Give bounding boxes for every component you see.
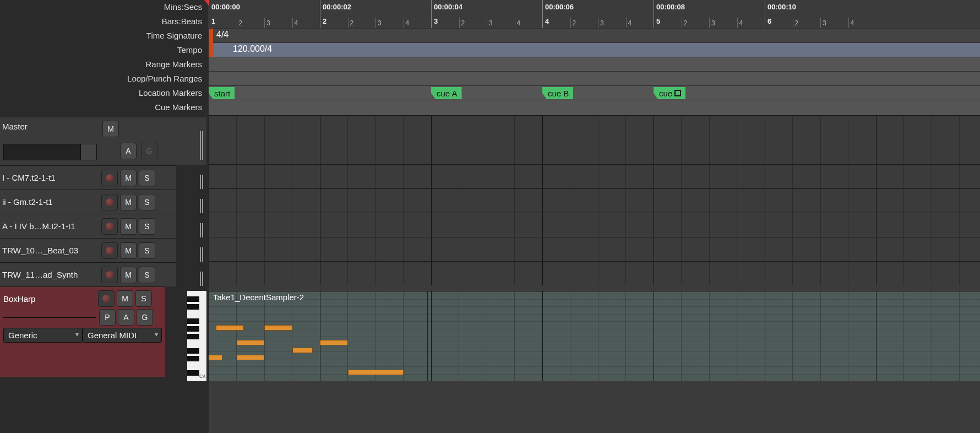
- record-arm-button[interactable]: [101, 242, 118, 259]
- track-header[interactable]: ii - Gm.t2-1-t1 M S: [0, 190, 176, 214]
- solo-button[interactable]: S: [139, 170, 155, 186]
- master-group-button[interactable]: G: [141, 143, 157, 159]
- location-marker[interactable]: cue B: [542, 87, 573, 99]
- mute-button[interactable]: M: [120, 194, 137, 210]
- location-marker[interactable]: cue: [654, 87, 685, 99]
- midi-note[interactable]: [237, 355, 265, 360]
- track-lane[interactable]: [209, 188, 980, 213]
- meter-icon: [200, 199, 204, 213]
- ruler-time-signature[interactable]: 4/4: [209, 29, 980, 43]
- master-mute-button[interactable]: M: [102, 121, 119, 137]
- ruler-label-location-markers[interactable]: Location Markers: [0, 86, 206, 100]
- record-arm-button[interactable]: [101, 170, 118, 186]
- midi-note[interactable]: [320, 340, 348, 345]
- solo-button[interactable]: S: [139, 194, 155, 210]
- track-lane[interactable]: [209, 213, 980, 237]
- group-button[interactable]: G: [137, 309, 153, 326]
- solo-button[interactable]: S: [139, 218, 155, 235]
- track-fader-handle[interactable]: [80, 317, 96, 318]
- track-name: TRW_10…_Beat_03: [2, 246, 100, 255]
- mute-button[interactable]: M: [120, 218, 137, 235]
- ruler-label-bars-beats[interactable]: Bars:Beats: [0, 14, 206, 29]
- midi-region-edge[interactable]: [427, 291, 428, 381]
- ruler-loop-punch[interactable]: [209, 72, 980, 86]
- mute-button[interactable]: M: [120, 170, 137, 186]
- track-name: A - I IV b…M.t2-1-t1: [2, 221, 100, 231]
- track-lane[interactable]: [209, 261, 980, 285]
- record-arm-button[interactable]: [98, 290, 115, 307]
- ruler-bars-beats[interactable]: 123422343234423452346234: [209, 14, 980, 29]
- ruler-label-cue-markers[interactable]: Cue Markers: [0, 100, 206, 115]
- track-name: ii - Gm.t2-1-t1: [2, 197, 100, 207]
- track-headers-panel: Mins:Secs Bars:Beats Time Signature Temp…: [0, 0, 206, 433]
- beat-tick: 3: [487, 18, 493, 28]
- ruler-cue-markers[interactable]: [209, 100, 980, 116]
- mute-button[interactable]: M: [117, 290, 133, 307]
- ruler-label-time-signature[interactable]: Time Signature: [0, 29, 206, 43]
- midi-note[interactable]: [209, 355, 222, 360]
- ruler-labels: Mins:Secs Bars:Beats Time Signature Temp…: [0, 0, 206, 117]
- record-arm-button[interactable]: [101, 267, 118, 283]
- track-header[interactable]: I - CM7.t2-1-t1 M S: [0, 165, 176, 190]
- beat-tick: 2: [570, 18, 576, 28]
- master-fader-track: [3, 144, 80, 160]
- track-fader-track: [3, 317, 80, 318]
- master-track-header[interactable]: Master M A G: [0, 117, 206, 165]
- master-track-name: Master: [2, 121, 100, 131]
- master-fader[interactable]: [3, 144, 97, 160]
- automation-button[interactable]: A: [118, 309, 134, 326]
- track-name: I - CM7.t2-1-t1: [2, 173, 100, 182]
- beat-tick: 4: [848, 18, 854, 28]
- track-header[interactable]: A - I IV b…M.t2-1-t1 M S: [0, 214, 176, 238]
- beat-tick: 4: [737, 18, 743, 28]
- beat-tick: 3: [709, 18, 715, 28]
- solo-button[interactable]: S: [135, 290, 152, 307]
- location-marker[interactable]: start: [209, 87, 235, 99]
- midi-note[interactable]: [216, 325, 244, 331]
- tempo-value: 120.000/4: [233, 44, 272, 54]
- master-fader-handle[interactable]: [80, 144, 97, 160]
- solo-button[interactable]: S: [139, 267, 155, 283]
- midi-note[interactable]: [237, 340, 265, 345]
- ruler-mins-secs[interactable]: 00:00:0000:00:0200:00:0400:00:0600:00:08…: [209, 0, 980, 14]
- beat-tick: 4: [292, 18, 298, 28]
- bar-tick: 5: [654, 14, 660, 28]
- track-header[interactable]: TRW_11…ad_Synth M S: [0, 262, 176, 286]
- location-marker[interactable]: cue A: [431, 87, 462, 99]
- playlist-button[interactable]: P: [99, 309, 116, 326]
- midi-grid: [209, 291, 980, 381]
- piano-ruler[interactable]: C4: [187, 291, 206, 381]
- midi-program-select[interactable]: General MIDI: [83, 328, 162, 343]
- track-lane[interactable]: [209, 237, 980, 261]
- solo-button[interactable]: S: [139, 242, 155, 259]
- track-header-selected[interactable]: BoxHarp M S P A G Generic General MIDI: [0, 286, 165, 377]
- track-lane[interactable]: [209, 164, 980, 188]
- mute-button[interactable]: M: [120, 267, 137, 283]
- ruler-location-markers[interactable]: startcue Acue Bcue: [209, 86, 980, 100]
- location-marker-label: start: [214, 89, 230, 98]
- stop-box-icon: [674, 90, 681, 96]
- track-header[interactable]: TRW_10…_Beat_03 M S: [0, 238, 176, 262]
- master-automation-button[interactable]: A: [120, 143, 137, 159]
- ruler-range-markers[interactable]: [209, 57, 980, 72]
- ruler-label-loop-punch[interactable]: Loop/Punch Ranges: [0, 72, 206, 86]
- record-arm-button[interactable]: [101, 218, 118, 235]
- track-lane-master[interactable]: [209, 116, 980, 164]
- midi-region-lane[interactable]: Take1_DecentSampler-2: [209, 291, 980, 381]
- record-arm-button[interactable]: [101, 194, 118, 210]
- timesig-flag-icon[interactable]: [209, 29, 213, 43]
- beat-tick: 2: [237, 18, 243, 28]
- ruler-label-tempo[interactable]: Tempo: [0, 43, 206, 57]
- timecode-tick: 00:00:08: [654, 0, 685, 14]
- ruler-label-mins-secs[interactable]: Mins:Secs: [0, 0, 206, 14]
- midi-note[interactable]: [348, 370, 404, 375]
- mute-button[interactable]: M: [120, 242, 137, 259]
- tempo-flag-icon[interactable]: [209, 43, 214, 57]
- ruler-label-range-markers[interactable]: Range Markers: [0, 57, 206, 72]
- ruler-tempo[interactable]: 120.000/4: [209, 43, 980, 57]
- midi-note[interactable]: [292, 348, 313, 353]
- midi-note[interactable]: [264, 325, 292, 331]
- tracks-list: I - CM7.t2-1-t1 M S ii - Gm.t2-1-t1 M S …: [0, 165, 176, 286]
- beat-tick: 3: [598, 18, 604, 28]
- midi-bank-select[interactable]: Generic: [3, 328, 83, 343]
